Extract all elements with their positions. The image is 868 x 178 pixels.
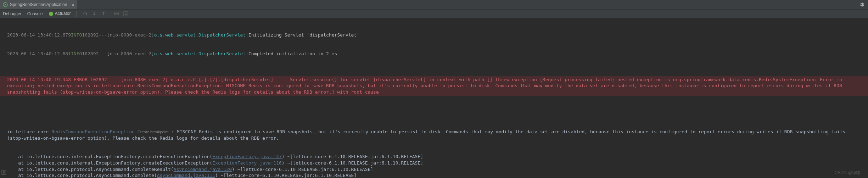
step-out-icon[interactable] [101,11,106,17]
divider [110,11,110,17]
stack-line: at io.lettuce.core.internal.ExceptionFac… [7,160,861,166]
create-breakpoint-link[interactable]: Create breakpoint [138,130,168,134]
evaluate-icon[interactable] [123,11,129,17]
run-icon [3,2,8,7]
debug-toolbar: Debugger Console Actuator [0,10,868,18]
step-over-icon[interactable] [82,11,88,17]
stack-trace: io.lettuce.core.RedisCommandExecutionExc… [0,115,868,178]
svg-rect-2 [114,12,119,13]
source-link[interactable]: ExceptionFactory.java:147 [212,154,282,159]
svg-rect-4 [124,12,128,16]
toolbar-icons [82,11,129,17]
console-output: 2023-06-14 13:40:12.679 INFO 102892 --- … [0,18,868,178]
svg-point-1 [49,12,53,16]
source-link[interactable]: AsyncCommand.java:111 [157,173,215,178]
close-icon[interactable]: × [69,2,74,7]
log-line: 2023-06-14 13:40:12.681 INFO 102892 --- … [0,51,868,57]
watermark: CSDN @怪咖_ [835,170,863,176]
soft-wrap-icon[interactable] [1,170,6,176]
exception-header: io.lettuce.core.RedisCommandExecutionExc… [7,129,861,141]
tab-label: SpringBootSentinelApplication [10,2,67,7]
error-block: 2023-06-14 13:40:19.348 ERROR 102892 ---… [0,76,868,96]
source-link[interactable]: ExceptionFactory.java:116 [212,160,282,166]
stack-line: at io.lettuce.core.protocol.AsyncCommand… [7,172,861,178]
log-line: 2023-06-14 13:40:12.679 INFO 102892 --- … [0,32,868,38]
stack-line: at io.lettuce.core.internal.ExceptionFac… [7,154,861,160]
frames-icon[interactable] [114,11,119,17]
tab-debugger[interactable]: Debugger [3,11,22,16]
run-tab[interactable]: SpringBootSentinelApplication × [0,0,77,9]
tab-console[interactable]: Console [27,11,43,16]
exception-class-link[interactable]: RedisCommandExecutionException [51,129,135,134]
tab-actuator[interactable]: Actuator [49,11,71,16]
tab-bar: SpringBootSentinelApplication × [0,0,868,10]
step-into-icon[interactable] [91,11,97,17]
svg-rect-3 [114,14,119,15]
gear-icon[interactable] [859,2,864,9]
stack-line: at io.lettuce.core.protocol.AsyncCommand… [7,166,861,173]
source-link[interactable]: AsyncCommand.java:120 [174,167,232,172]
divider [76,11,77,17]
